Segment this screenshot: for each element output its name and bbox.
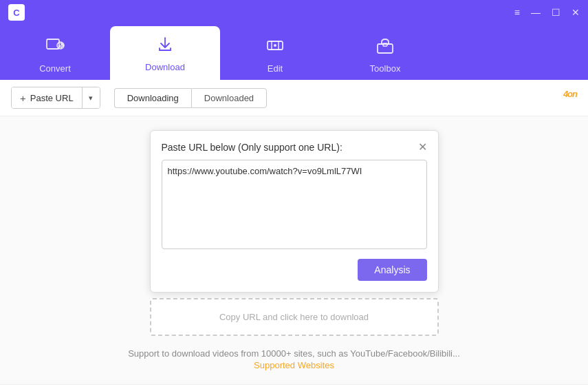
menu-button[interactable]: ≡ xyxy=(514,7,520,18)
paste-url-dropdown[interactable]: ▾ xyxy=(82,87,100,108)
window-controls: ≡ — ☐ ✕ xyxy=(514,7,580,18)
tab-download-label: Download xyxy=(145,62,185,72)
subtab-group: Downloading Downloaded xyxy=(114,88,267,108)
download-icon xyxy=(155,34,175,58)
analysis-button[interactable]: Analysis xyxy=(358,259,426,281)
support-text: Support to download videos from 10000+ s… xyxy=(128,348,460,359)
tab-download[interactable]: Download xyxy=(110,26,220,80)
url-dialog: Paste URL below (Only support one URL): … xyxy=(150,130,439,293)
bottom-bar: Save to: D:\ ▾ Resume All Pause All xyxy=(0,384,588,391)
paste-url-button[interactable]: + Paste URL ▾ xyxy=(11,87,100,109)
drop-zone[interactable]: Copy URL and click here to download xyxy=(150,298,439,336)
tab-edit[interactable]: Edit xyxy=(220,29,330,80)
paste-url-main-btn[interactable]: + Paste URL xyxy=(12,87,82,108)
maximize-button[interactable]: ☐ xyxy=(552,7,560,18)
subtab-downloading[interactable]: Downloading xyxy=(114,88,191,108)
svg-rect-6 xyxy=(378,44,393,53)
edit-icon xyxy=(265,36,285,59)
url-dialog-title: Paste URL below (Only support one URL): xyxy=(162,142,342,153)
url-dialog-footer: Analysis xyxy=(162,259,427,281)
paste-url-label: Paste URL xyxy=(30,93,74,103)
close-button[interactable]: ✕ xyxy=(571,7,580,18)
app-logo: C xyxy=(8,4,25,21)
drop-zone-text: Copy URL and click here to download xyxy=(219,312,369,322)
content-body: Paste URL below (Only support one URL): … xyxy=(0,116,588,384)
url-dialog-close-btn[interactable]: ✕ xyxy=(418,142,427,153)
subtab-downloaded[interactable]: Downloaded xyxy=(191,88,267,108)
tab-convert-label: Convert xyxy=(39,63,71,74)
supported-websites-link[interactable]: Supported Websites xyxy=(254,360,334,370)
4on-logo: 4on xyxy=(563,89,577,107)
svg-point-5 xyxy=(274,44,276,47)
tab-edit-label: Edit xyxy=(268,63,283,74)
svg-rect-7 xyxy=(383,43,387,46)
main-content: + Paste URL ▾ Downloading Downloaded 4on… xyxy=(0,80,588,391)
minimize-button[interactable]: — xyxy=(531,7,541,18)
toolbar-row: + Paste URL ▾ Downloading Downloaded 4on xyxy=(0,80,588,116)
tab-toolbox-label: Toolbox xyxy=(370,63,401,74)
url-dialog-header: Paste URL below (Only support one URL): … xyxy=(162,142,427,153)
url-input[interactable] xyxy=(162,160,427,249)
convert-icon xyxy=(45,36,65,59)
dropdown-arrow-icon: ▾ xyxy=(89,94,93,103)
toolbox-icon xyxy=(375,36,395,59)
title-bar: C ≡ — ☐ ✕ xyxy=(0,0,588,25)
plus-icon: + xyxy=(20,92,26,104)
tab-toolbox[interactable]: Toolbox xyxy=(330,29,440,80)
tab-convert[interactable]: Convert xyxy=(0,29,110,80)
nav-tabs: Convert Download Edit xyxy=(0,25,588,80)
